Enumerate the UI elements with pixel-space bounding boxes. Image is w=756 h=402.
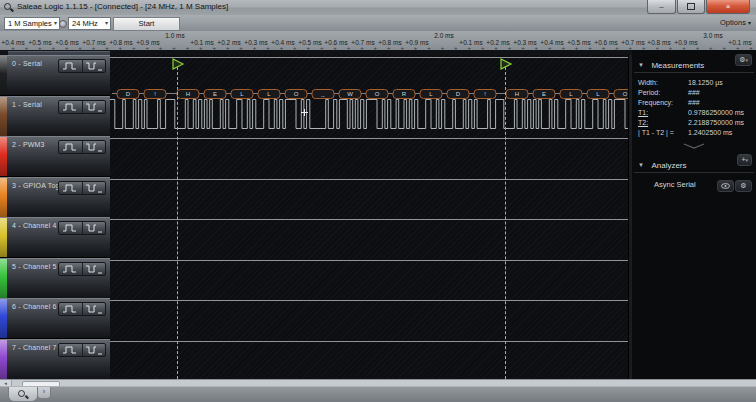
ruler-minor-label: +0.5 ms (567, 39, 590, 46)
analyzer-visibility-button[interactable] (717, 180, 734, 192)
falling-edge-icon (85, 222, 103, 234)
title-bar: Saleae Logic 1.1.15 - [Connected] - [24 … (0, 0, 756, 16)
trigger-rising-edge-button[interactable] (59, 60, 83, 72)
options-label: Options (720, 18, 746, 27)
waveform-area[interactable]: D!HELLO_WORLD!HELLO (110, 55, 628, 379)
analyzer-row[interactable]: Async Serial⚙ (632, 179, 756, 193)
analyzers-header[interactable]: ▼ Analyzers +▾ (632, 150, 756, 170)
channel-row[interactable]: 1 - Serial (0, 96, 110, 137)
channel-row[interactable]: 5 - Channel 5 (0, 258, 110, 299)
trigger-button-group[interactable] (58, 302, 106, 316)
trigger-falling-edge-button[interactable] (83, 263, 106, 275)
trigger-rising-edge-button[interactable] (59, 141, 83, 153)
decoded-byte-bubble: E (533, 89, 556, 99)
decoded-byte-bubble: R (393, 89, 416, 99)
ruler-major-label: 3.0 ms (703, 32, 723, 39)
ruler-major-label: 1.0 ms (165, 32, 185, 39)
channel-color-stripe (0, 97, 7, 136)
trigger-button-group[interactable] (58, 343, 106, 357)
trigger-button-group[interactable] (58, 221, 106, 235)
trigger-rising-edge-button[interactable] (59, 182, 83, 194)
timing-marker-t1-flag[interactable] (172, 56, 185, 68)
decoded-byte-bubble: E (204, 89, 227, 99)
add-analyzer-button[interactable]: +▾ (737, 154, 752, 166)
decoded-byte-bubble: L (587, 89, 610, 99)
measure-cursor-icon (301, 109, 308, 116)
trigger-rising-edge-button[interactable] (59, 263, 83, 275)
panel-collapse-chevron-icon[interactable] (683, 143, 705, 149)
decoded-byte-bubble: H (506, 89, 529, 99)
trigger-rising-edge-button[interactable] (59, 101, 83, 113)
measurements-header[interactable]: ▼ Measurements ⚙▾ (632, 50, 756, 70)
maximize-button[interactable] (677, 0, 705, 14)
time-ruler[interactable]: ms+0.4 ms+0.5 ms+0.6 ms+0.7 ms+0.8 ms+0.… (0, 31, 756, 51)
trigger-falling-edge-button[interactable] (83, 60, 106, 72)
channel-row[interactable]: 2 - PWM3 (0, 136, 110, 177)
signal-high-line (110, 341, 628, 342)
trigger-falling-edge-button[interactable] (83, 101, 106, 113)
measurement-value: 18.1250 µs (688, 78, 723, 88)
analyzers-list: Async Serial⚙ (632, 179, 756, 193)
divider (634, 172, 754, 173)
options-button[interactable]: Options ▾ (720, 18, 751, 27)
zoom-tool-tab[interactable] (8, 387, 38, 402)
measurements-settings-button[interactable]: ⚙▾ (735, 54, 752, 66)
rising-edge-icon (62, 182, 78, 194)
rising-edge-icon (62, 60, 78, 72)
channel-row[interactable]: 0 - Serial (0, 55, 110, 96)
measurement-label: Width: (638, 78, 688, 88)
window-controls: – × (646, 0, 750, 14)
trigger-falling-edge-button[interactable] (83, 303, 106, 315)
measurement-value: 2.2188750000 ms (688, 118, 744, 128)
trigger-falling-edge-button[interactable] (83, 344, 106, 356)
channel-name: 1 - Serial (12, 101, 42, 108)
measurement-label[interactable]: T2: (638, 118, 688, 128)
trigger-rising-edge-button[interactable] (59, 303, 83, 315)
trigger-button-group[interactable] (58, 140, 106, 154)
timing-marker-t2-line (505, 67, 506, 379)
channel-row[interactable]: 4 - Channel 4 (0, 217, 110, 258)
samples-dropdown[interactable]: 1 M Samples ▾ (4, 17, 60, 30)
minimize-button[interactable]: – (647, 0, 676, 14)
start-button[interactable]: Start (113, 17, 180, 31)
serial-waveform[interactable] (110, 96, 628, 137)
falling-edge-icon (85, 101, 103, 113)
trigger-button-group[interactable] (58, 59, 106, 73)
rising-edge-icon (62, 263, 78, 275)
flyout-arrow-tab[interactable]: › (37, 387, 51, 399)
channel-row[interactable]: 7 - Channel 7 (0, 339, 110, 380)
signal-high-line (110, 138, 628, 139)
rising-edge-icon (62, 141, 78, 153)
eye-icon (721, 183, 730, 189)
rising-edge-icon (62, 101, 78, 113)
timing-marker-t2-flag[interactable] (500, 56, 513, 68)
analyzers-title: Analyzers (651, 161, 686, 170)
ruler-major-label: 2.0 ms (434, 32, 454, 39)
trigger-button-group[interactable] (58, 100, 106, 114)
trigger-falling-edge-button[interactable] (83, 222, 106, 234)
trigger-falling-edge-button[interactable] (83, 141, 106, 153)
trigger-rising-edge-button[interactable] (59, 344, 83, 356)
trigger-button-group[interactable] (58, 181, 106, 195)
analyzer-settings-button[interactable]: ⚙ (735, 180, 752, 192)
decoded-byte-bubble: L (560, 89, 583, 99)
channel-color-stripe (0, 56, 7, 95)
falling-edge-icon (85, 344, 103, 356)
chevron-down-icon: ▾ (745, 157, 748, 163)
trigger-falling-edge-button[interactable] (83, 182, 106, 194)
minimize-icon: – (659, 2, 663, 11)
decoded-byte-bubble: L (258, 89, 281, 99)
channel-row[interactable]: 3 - GPIOA Toggle (0, 177, 110, 218)
close-button[interactable]: × (706, 0, 750, 14)
decoded-byte-bubble: ! (144, 89, 167, 99)
sample-rate-dropdown[interactable]: 24 MHz ▾ (68, 17, 111, 30)
toolbar: 1 M Samples ▾ 24 MHz ▾ Start Options ▾ (0, 15, 756, 31)
trigger-rising-edge-button[interactable] (59, 222, 83, 234)
decoded-byte-bubble: D (447, 89, 470, 99)
trigger-button-group[interactable] (58, 262, 106, 276)
signal-high-line (110, 57, 628, 58)
measurement-label[interactable]: T1: (638, 108, 688, 118)
channel-name: 4 - Channel 4 (12, 222, 57, 229)
channel-row[interactable]: 6 - Channel 6 (0, 298, 110, 339)
status-bar: › (0, 386, 756, 402)
